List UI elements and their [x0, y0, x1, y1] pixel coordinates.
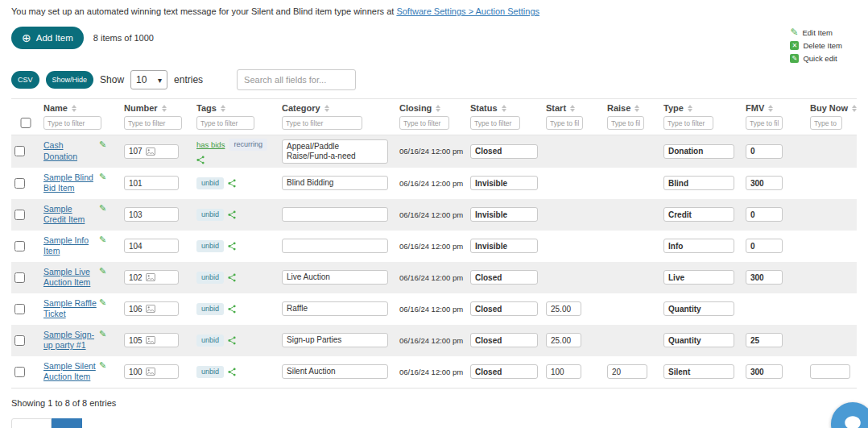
filter-input-buy-now[interactable] — [810, 116, 842, 130]
filter-input-start[interactable] — [546, 116, 583, 130]
edit-item-icon[interactable]: ✎ — [99, 330, 106, 339]
fmv-field[interactable]: 25 — [746, 333, 783, 347]
pagination-page-button[interactable] — [52, 418, 82, 428]
item-name-link[interactable]: Sample Info Item — [43, 235, 97, 257]
status-field[interactable]: Closed — [470, 301, 538, 316]
filter-input-type[interactable] — [663, 116, 713, 130]
share-icon[interactable] — [228, 368, 236, 376]
auction-settings-link[interactable]: Software Settings > Auction Settings — [396, 6, 539, 16]
column-header-raise[interactable]: Raise — [607, 103, 657, 113]
share-icon[interactable] — [228, 210, 236, 219]
fmv-field[interactable]: 0 — [746, 207, 783, 222]
column-header-tags[interactable]: Tags — [196, 103, 275, 113]
column-header-closing[interactable]: Closing — [399, 103, 464, 113]
filter-input-number[interactable] — [124, 116, 182, 130]
item-number-field[interactable]: 105 — [124, 333, 179, 347]
column-header-start[interactable]: Start — [546, 103, 601, 113]
type-field[interactable]: Quantity — [663, 333, 734, 347]
category-field[interactable]: Silent Auction — [282, 364, 388, 379]
category-field[interactable]: Live Auction — [282, 270, 388, 285]
select-all-checkbox[interactable] — [14, 118, 37, 128]
raise-field[interactable]: 20 — [607, 364, 647, 379]
item-name-link[interactable]: Sample Raffle Ticket — [43, 298, 97, 320]
add-item-button[interactable]: ⊕ Add Item — [11, 27, 84, 49]
share-icon[interactable] — [228, 336, 236, 345]
item-number-field[interactable]: 103 — [124, 207, 179, 222]
item-number-field[interactable]: 104 — [124, 239, 179, 253]
status-field[interactable]: Invisible — [470, 239, 538, 253]
category-field[interactable]: Raffle — [282, 301, 388, 316]
row-checkbox[interactable] — [14, 210, 25, 220]
fmv-field[interactable]: 0 — [746, 144, 783, 159]
edit-item-icon[interactable]: ✎ — [99, 235, 106, 244]
column-header-category[interactable]: Category — [282, 103, 393, 113]
fmv-field[interactable]: 300 — [746, 364, 783, 379]
filter-input-closing[interactable] — [399, 116, 449, 130]
item-name-link[interactable]: Sample Sign-up party #1 — [43, 330, 97, 351]
status-field[interactable]: Invisible — [470, 207, 538, 222]
has-bids-link[interactable]: has bids — [196, 140, 225, 149]
type-field[interactable]: Info — [663, 239, 734, 253]
share-icon[interactable] — [228, 273, 236, 282]
column-header-status[interactable]: Status — [470, 103, 539, 113]
type-field[interactable]: Live — [663, 270, 734, 285]
share-icon[interactable] — [228, 179, 236, 188]
edit-item-icon[interactable]: ✎ — [99, 298, 106, 307]
filter-input-fmv[interactable] — [746, 116, 783, 130]
row-checkbox[interactable] — [14, 272, 25, 283]
filter-input-status[interactable] — [470, 116, 520, 130]
status-field[interactable]: Closed — [470, 333, 538, 347]
fmv-field[interactable]: 300 — [746, 176, 783, 190]
column-header-number[interactable]: Number — [124, 103, 190, 113]
item-name-link[interactable]: Sample Live Auction Item — [43, 267, 97, 289]
column-header-name[interactable]: Name — [43, 103, 118, 113]
share-icon[interactable] — [196, 156, 205, 164]
item-number-field[interactable]: 101 — [124, 176, 179, 190]
share-icon[interactable] — [228, 305, 236, 314]
fmv-field[interactable]: 0 — [746, 239, 783, 253]
edit-item-icon[interactable]: ✎ — [99, 204, 106, 213]
show-hide-button[interactable]: Show/Hide — [46, 71, 94, 89]
edit-item-icon[interactable]: ✎ — [99, 140, 106, 149]
item-number-field[interactable]: 102 — [124, 270, 179, 285]
column-header-type[interactable]: Type — [663, 103, 739, 113]
filter-input-name[interactable] — [43, 116, 101, 130]
category-field[interactable]: Sign-up Parties — [282, 333, 388, 347]
filter-input-tags[interactable] — [196, 116, 254, 130]
row-checkbox[interactable] — [14, 178, 25, 189]
entries-select[interactable]: 10 ▾ — [130, 70, 167, 89]
edit-item-icon[interactable]: ✎ — [99, 267, 106, 276]
type-field[interactable]: Donation — [663, 144, 734, 159]
category-field[interactable]: Blind Bidding — [282, 176, 388, 190]
row-checkbox[interactable] — [14, 367, 25, 377]
type-field[interactable]: Quantity — [663, 301, 734, 316]
filter-input-raise[interactable] — [607, 116, 644, 130]
category-field[interactable]: Appeal/Paddle Raise/Fund-a-need — [282, 139, 388, 164]
row-checkbox[interactable] — [14, 304, 25, 314]
row-checkbox[interactable] — [14, 241, 25, 251]
status-field[interactable]: Closed — [470, 270, 538, 285]
column-header-fmv[interactable]: FMV — [746, 103, 804, 113]
buy-now-field[interactable] — [810, 364, 850, 379]
edit-item-icon[interactable]: ✎ — [99, 361, 106, 370]
start-field[interactable]: 100 — [546, 364, 581, 379]
item-name-link[interactable]: Sample Credit Item — [43, 204, 97, 226]
status-field[interactable]: Closed — [470, 144, 538, 159]
category-field[interactable] — [282, 207, 388, 222]
item-name-link[interactable]: Sample Blind Bid Item — [43, 172, 97, 194]
fmv-field[interactable]: 300 — [746, 270, 783, 285]
category-field[interactable] — [282, 239, 388, 253]
share-icon[interactable] — [228, 242, 236, 251]
status-field[interactable]: Invisible — [470, 176, 538, 190]
type-field[interactable]: Blind — [663, 176, 734, 190]
start-field[interactable]: 25.00 — [546, 333, 581, 347]
filter-input-category[interactable] — [282, 116, 362, 130]
pagination-previous-button[interactable] — [11, 418, 52, 428]
start-field[interactable]: 25.00 — [546, 301, 581, 316]
item-number-field[interactable]: 106 — [124, 301, 179, 316]
edit-item-icon[interactable]: ✎ — [99, 172, 106, 181]
type-field[interactable]: Silent — [663, 364, 734, 379]
search-input[interactable] — [237, 69, 356, 90]
column-header-buy-now[interactable]: Buy Now — [810, 103, 850, 113]
item-name-link[interactable]: Cash Donation — [43, 140, 97, 162]
